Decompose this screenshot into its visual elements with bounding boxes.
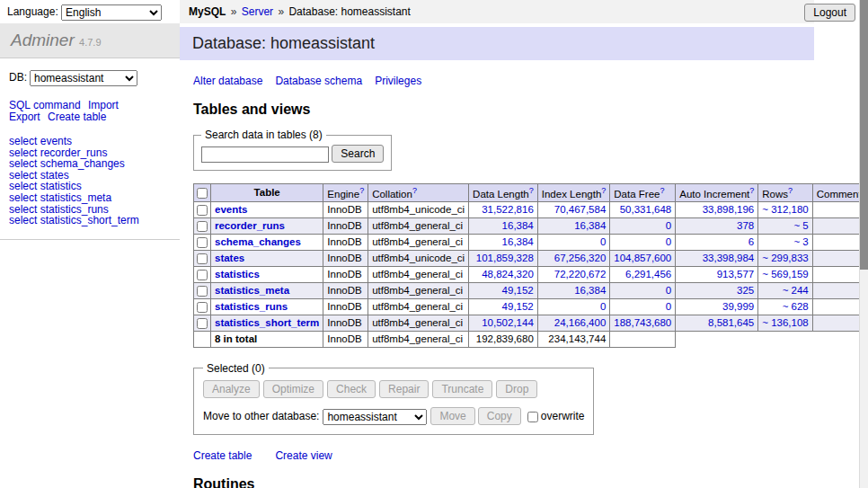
rows-link[interactable]: ~ 5 bbox=[793, 220, 808, 231]
auto-increment-link[interactable]: 325 bbox=[737, 285, 754, 296]
db-select[interactable]: homeassistant bbox=[30, 70, 137, 86]
breadcrumb-driver-link[interactable]: MySQL bbox=[189, 5, 226, 18]
data-length-link[interactable]: 16,384 bbox=[502, 236, 534, 247]
table-link[interactable]: schema_changes bbox=[215, 236, 301, 247]
table-link[interactable]: statistics_runs bbox=[215, 301, 288, 312]
row-checkbox[interactable] bbox=[197, 237, 208, 248]
data-length-link[interactable]: 16,384 bbox=[502, 220, 534, 231]
row-checkbox[interactable] bbox=[197, 221, 208, 232]
rows-link[interactable]: ~ 628 bbox=[783, 301, 809, 312]
data-length-link[interactable]: 48,824,320 bbox=[482, 269, 534, 279]
auto-increment-link[interactable]: 33,898,196 bbox=[703, 204, 755, 215]
index-length-link[interactable]: 0 bbox=[600, 301, 606, 312]
table-link[interactable]: statistics_meta bbox=[215, 285, 289, 296]
db-nav-link-privileges[interactable]: Privileges bbox=[375, 75, 421, 87]
row-checkbox[interactable] bbox=[197, 286, 208, 297]
auto-increment-link[interactable]: 378 bbox=[737, 220, 754, 231]
analyze-button[interactable]: Analyze bbox=[203, 380, 260, 398]
help-link[interactable]: ? bbox=[660, 186, 664, 195]
table-link[interactable]: statistics_short_term bbox=[215, 317, 319, 328]
index-length-link[interactable]: 16,384 bbox=[574, 285, 606, 296]
overwrite-checkbox[interactable] bbox=[527, 412, 538, 422]
overwrite-label[interactable]: overwrite bbox=[541, 410, 585, 422]
db-nav-link-database-schema[interactable]: Database schema bbox=[275, 75, 362, 87]
optimize-button[interactable]: Optimize bbox=[263, 380, 323, 398]
data-length-link[interactable]: 49,152 bbox=[502, 301, 534, 312]
adminer-logo[interactable]: Adminer bbox=[11, 31, 75, 49]
db-nav-link-alter-database[interactable]: Alter database bbox=[193, 75, 262, 87]
data-free-link[interactable]: 0 bbox=[666, 236, 671, 247]
data-length-link[interactable]: 10,502,144 bbox=[482, 317, 534, 328]
truncate-button[interactable]: Truncate bbox=[432, 380, 492, 398]
rows-link[interactable]: ~ 312,180 bbox=[762, 204, 808, 215]
sidebar-action-export[interactable]: Export bbox=[9, 111, 40, 123]
table-link[interactable]: states bbox=[215, 253, 244, 263]
row-checkbox[interactable] bbox=[197, 270, 208, 280]
help-link[interactable]: ? bbox=[359, 186, 364, 195]
data-free-link[interactable]: 188,743,680 bbox=[614, 317, 671, 328]
table-link[interactable]: events bbox=[215, 204, 247, 215]
language-select[interactable]: English bbox=[61, 4, 162, 21]
column-header-data-free[interactable]: Data Free? bbox=[610, 184, 676, 202]
auto-increment-link[interactable]: 33,398,984 bbox=[703, 253, 755, 263]
scrollbar[interactable] bbox=[859, 0, 868, 488]
index-length-link[interactable]: 70,467,584 bbox=[554, 204, 607, 215]
data-free-link[interactable]: 50,331,648 bbox=[620, 204, 672, 215]
breadcrumb-server-link[interactable]: Server bbox=[242, 5, 273, 18]
select-all-checkbox[interactable] bbox=[197, 188, 208, 199]
scrollbar-thumb[interactable] bbox=[860, 0, 868, 270]
help-link[interactable]: ? bbox=[601, 186, 606, 195]
data-free-link[interactable]: 0 bbox=[666, 285, 671, 296]
create-link-create-table[interactable]: Create table bbox=[193, 449, 252, 462]
auto-increment-link[interactable]: 913,577 bbox=[717, 269, 755, 279]
check-button[interactable]: Check bbox=[327, 380, 376, 398]
rows-link[interactable]: ~ 3 bbox=[793, 236, 808, 247]
sidebar-table-link-statistics-short-term[interactable]: statistics_short_term bbox=[40, 214, 139, 226]
index-length-link[interactable]: 16,384 bbox=[574, 220, 606, 231]
logout-button[interactable]: Logout bbox=[804, 4, 855, 22]
data-length-link[interactable]: 101,859,328 bbox=[476, 253, 534, 263]
column-header-engine[interactable]: Engine? bbox=[323, 184, 368, 202]
column-header-collation[interactable]: Collation? bbox=[368, 184, 469, 202]
index-length-link[interactable]: 72,220,672 bbox=[554, 269, 607, 279]
help-link[interactable]: ? bbox=[529, 186, 534, 195]
table-link[interactable]: recorder_runs bbox=[215, 220, 285, 231]
help-link[interactable]: ? bbox=[749, 186, 754, 195]
help-link[interactable]: ? bbox=[788, 186, 793, 195]
data-length-link[interactable]: 49,152 bbox=[502, 285, 534, 296]
data-free-link[interactable]: 6,291,456 bbox=[625, 269, 671, 279]
auto-increment-link[interactable]: 8,581,645 bbox=[708, 317, 754, 328]
row-checkbox[interactable] bbox=[197, 205, 208, 216]
data-free-link[interactable]: 0 bbox=[666, 301, 671, 312]
repair-button[interactable]: Repair bbox=[379, 380, 429, 398]
data-length-link[interactable]: 31,522,816 bbox=[482, 204, 534, 215]
data-free-link[interactable]: 104,857,600 bbox=[614, 253, 671, 263]
table-link[interactable]: statistics bbox=[215, 269, 260, 279]
index-length-link[interactable]: 24,166,400 bbox=[554, 317, 607, 328]
sidebar-action-import[interactable]: Import bbox=[88, 99, 119, 111]
rows-link[interactable]: ~ 244 bbox=[783, 285, 809, 296]
auto-increment-link[interactable]: 6 bbox=[748, 236, 754, 247]
row-checkbox[interactable] bbox=[197, 253, 208, 264]
drop-button[interactable]: Drop bbox=[496, 380, 537, 398]
index-length-link[interactable]: 67,256,320 bbox=[554, 253, 607, 263]
index-length-link[interactable]: 0 bbox=[600, 236, 606, 247]
copy-button[interactable]: Copy bbox=[478, 407, 521, 425]
auto-increment-link[interactable]: 39,999 bbox=[722, 301, 754, 312]
create-link-create-view[interactable]: Create view bbox=[275, 449, 332, 462]
column-header-data-length[interactable]: Data Length? bbox=[469, 184, 538, 202]
rows-link[interactable]: ~ 569,159 bbox=[762, 269, 808, 279]
column-header-index-length[interactable]: Index Length? bbox=[537, 184, 610, 202]
move-button[interactable]: Move bbox=[430, 407, 474, 425]
column-header-table[interactable]: Table bbox=[211, 184, 323, 202]
help-link[interactable]: ? bbox=[412, 186, 417, 195]
sidebar-action-sql-command[interactable]: SQL command bbox=[9, 99, 81, 111]
row-checkbox[interactable] bbox=[197, 318, 208, 329]
column-header-rows[interactable]: Rows? bbox=[758, 184, 812, 202]
search-input[interactable] bbox=[201, 146, 329, 163]
rows-link[interactable]: ~ 136,108 bbox=[762, 317, 808, 328]
move-db-select[interactable]: homeassistant bbox=[323, 409, 427, 425]
rows-link[interactable]: ~ 299,833 bbox=[762, 253, 808, 263]
column-header-auto-increment[interactable]: Auto Increment? bbox=[676, 184, 758, 202]
sidebar-action-create-table[interactable]: Create table bbox=[48, 111, 106, 123]
